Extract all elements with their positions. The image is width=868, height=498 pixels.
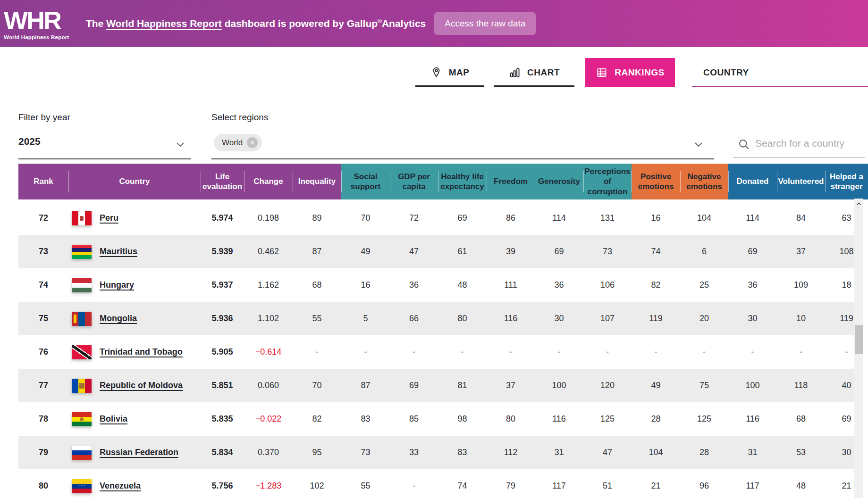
- column-header-life-evaluation[interactable]: Life evaluation: [201, 164, 244, 199]
- country-link[interactable]: Peru: [100, 213, 118, 223]
- value-cell: -: [825, 347, 854, 357]
- value-cell: 49: [632, 381, 680, 390]
- country-cell: Trinidad and Tobago: [68, 345, 201, 359]
- column-header-volunteered[interactable]: Volunteered: [777, 164, 825, 199]
- value-cell: 83: [341, 414, 390, 424]
- tab-country[interactable]: COUNTRY: [692, 59, 868, 87]
- regions-chevron-down-icon[interactable]: [693, 139, 704, 152]
- value-cell: 79: [487, 481, 535, 491]
- year-select-underline: [18, 158, 191, 159]
- value-cell: -: [390, 481, 438, 491]
- column-header-gdp-per-capita[interactable]: GDP per capita: [390, 164, 438, 199]
- flag-icon-trinidad-and-tobago: [72, 345, 92, 359]
- value-cell: 5: [341, 314, 390, 324]
- change-cell: 0.198: [244, 213, 293, 223]
- flag-icon-venezuela: [72, 479, 92, 493]
- title-post: Analytics: [382, 18, 426, 29]
- value-cell: 36: [390, 280, 438, 290]
- tab-country-label: COUNTRY: [703, 67, 749, 78]
- access-raw-data-button[interactable]: Access the raw data: [434, 12, 536, 35]
- value-cell: 112: [487, 448, 535, 457]
- column-header-perceptions-of-corruption[interactable]: Perceptions of corruption: [583, 164, 632, 199]
- tab-rankings-label: RANKINGS: [615, 67, 664, 78]
- whr-logo-label: World Happiness Report: [4, 34, 75, 40]
- column-header-donated[interactable]: Donated: [728, 164, 777, 199]
- country-link[interactable]: Mongolia: [100, 314, 137, 324]
- value-cell: 73: [341, 448, 390, 457]
- rank-cell: 73: [18, 247, 68, 257]
- value-cell: 89: [293, 213, 341, 223]
- value-cell: 69: [825, 414, 854, 424]
- table-scrollbar[interactable]: [854, 199, 863, 498]
- value-cell: 16: [341, 280, 390, 290]
- value-cell: -: [293, 347, 341, 357]
- table-body: 72Peru5.9740.198897072698611413116104114…: [18, 201, 854, 498]
- column-header-freedom[interactable]: Freedom: [487, 164, 535, 199]
- whr-report-link[interactable]: World Happiness Report: [106, 18, 222, 29]
- app-header: WHR World Happiness Report The World Hap…: [0, 0, 868, 47]
- country-cell: Republic of Moldova: [68, 379, 201, 393]
- search-country-input[interactable]: [755, 134, 862, 153]
- value-cell: 16: [632, 213, 680, 223]
- change-cell: 0.370: [244, 448, 293, 457]
- value-cell: 125: [680, 414, 728, 424]
- country-link[interactable]: Russian Federation: [100, 448, 178, 457]
- scrollbar-thumb[interactable]: [855, 325, 863, 354]
- view-tabs: MAP CHART RANKIN: [0, 47, 868, 87]
- value-cell: 119: [632, 314, 680, 324]
- flag-icon-moldova: [72, 379, 92, 393]
- country-link[interactable]: Bolivia: [100, 414, 127, 424]
- year-chevron-down-icon[interactable]: [175, 139, 186, 152]
- copyright-mark: ©: [378, 18, 382, 25]
- column-header-change[interactable]: Change: [244, 164, 293, 199]
- year-select[interactable]: 2025: [18, 136, 41, 147]
- column-header-inequality[interactable]: Inequality: [293, 164, 341, 199]
- value-cell: 6: [680, 247, 728, 257]
- tab-chart[interactable]: CHART: [494, 59, 574, 87]
- value-cell: 69: [390, 381, 438, 390]
- title-pre: The: [86, 18, 106, 29]
- value-cell: 53: [777, 448, 825, 457]
- country-link[interactable]: Hungary: [100, 280, 134, 290]
- country-link[interactable]: Republic of Moldova: [100, 381, 183, 390]
- column-header-rank[interactable]: Rank: [18, 164, 68, 199]
- table-row-74: 74Hungary5.9371.162681636481113610682253…: [18, 268, 854, 302]
- value-cell: -: [632, 347, 680, 357]
- value-cell: 100: [535, 381, 583, 390]
- rank-cell: 79: [18, 448, 68, 457]
- flag-icon-hungary: [72, 278, 92, 292]
- value-cell: 21: [825, 481, 854, 491]
- region-chip-world[interactable]: World ✕: [214, 134, 262, 151]
- column-header-social-support[interactable]: Social support: [341, 164, 390, 199]
- value-cell: 28: [632, 414, 680, 424]
- rank-cell: 74: [18, 280, 68, 290]
- tab-rankings-active[interactable]: RANKINGS: [585, 58, 675, 87]
- change-cell: 1.102: [244, 314, 293, 324]
- rank-cell: 78: [18, 414, 68, 424]
- value-cell: 48: [777, 481, 825, 491]
- flag-icon-mauritius: [72, 245, 92, 259]
- column-header-positive-emotions[interactable]: Positive emotions: [632, 164, 680, 199]
- value-cell: 102: [293, 481, 341, 491]
- value-cell: 10: [777, 314, 825, 324]
- change-cell: 0.060: [244, 381, 293, 390]
- country-link[interactable]: Trinidad and Tobago: [100, 347, 183, 357]
- column-header-healthy-life-expectancy[interactable]: Healthy life expectancy: [438, 164, 487, 199]
- value-cell: 114: [535, 213, 583, 223]
- whr-logo[interactable]: WHR World Happiness Report: [4, 7, 75, 40]
- country-link[interactable]: Venezuela: [100, 481, 141, 491]
- value-cell: 114: [728, 213, 777, 223]
- column-header-generosity[interactable]: Generosity: [535, 164, 583, 199]
- region-chip-remove-icon[interactable]: ✕: [247, 137, 258, 148]
- scrollbar-up-button[interactable]: [854, 199, 863, 209]
- value-cell: 96: [680, 481, 728, 491]
- column-header-country[interactable]: Country: [68, 164, 201, 199]
- column-header-negative-emotions[interactable]: Negative emotions: [680, 164, 728, 199]
- tab-map[interactable]: MAP: [415, 59, 484, 87]
- column-header-helped-a-stranger[interactable]: Helped a stranger: [825, 164, 868, 199]
- value-cell: 55: [341, 481, 390, 491]
- value-cell: 31: [535, 448, 583, 457]
- life-evaluation-cell: 5.939: [201, 247, 244, 257]
- country-link[interactable]: Mauritius: [100, 247, 137, 257]
- rank-cell: 76: [18, 347, 68, 357]
